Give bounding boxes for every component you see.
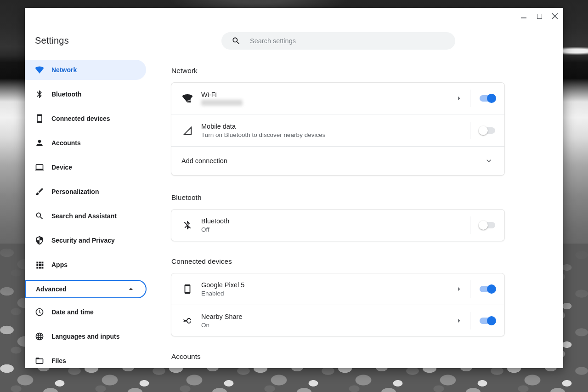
sidebar-item-security-privacy[interactable]: Security and Privacy	[25, 230, 146, 250]
smartphone-icon	[181, 284, 193, 294]
nearby-share-toggle[interactable]	[480, 318, 495, 324]
mobile-data-subtitle: Turn on Bluetooth to discover nearby dev…	[201, 131, 325, 138]
clock-icon	[34, 307, 45, 318]
main-content: Network Wi-Fi	[171, 8, 563, 368]
smartphone-icon	[34, 113, 45, 124]
advanced-subnav: Date and time Languages and inputs Files	[25, 302, 171, 368]
sidebar-item-label: Files	[51, 357, 66, 364]
mobile-data-toggle[interactable]	[480, 127, 495, 134]
sidebar-nav: Network Bluetooth Connected devices Acco…	[25, 60, 171, 275]
chevron-down-icon	[484, 156, 493, 165]
maximize-icon	[537, 14, 542, 19]
search-input[interactable]	[250, 37, 448, 45]
sidebar-item-label: Connected devices	[51, 115, 110, 122]
sidebar-item-label: Accounts	[51, 139, 81, 147]
bluetooth-toggle[interactable]	[480, 222, 495, 228]
wifi-network-name-redacted	[201, 100, 243, 106]
folder-icon	[34, 355, 45, 366]
sidebar-item-label: Languages and inputs	[51, 333, 120, 340]
sidebar-item-label: Device	[51, 164, 72, 171]
sidebar-item-label: Apps	[51, 261, 68, 268]
sidebar-item-label: Network	[51, 66, 77, 74]
connected-devices-section-heading: Connected devices	[171, 257, 505, 266]
search-icon	[232, 36, 241, 45]
chevron-right-icon	[454, 316, 464, 325]
nearby-share-status: On	[201, 322, 242, 329]
pixel-device-toggle[interactable]	[480, 286, 495, 292]
sidebar-item-apps[interactable]: Apps	[25, 255, 146, 275]
network-section-heading: Network	[171, 67, 505, 75]
sidebar-item-label: Search and Assistant	[51, 212, 117, 220]
bluetooth-title: Bluetooth	[201, 217, 229, 225]
wifi-lock-icon	[181, 93, 193, 104]
chevron-right-icon	[454, 94, 464, 103]
settings-window: Settings Network Bluetooth Connected dev…	[25, 8, 563, 368]
wifi-title: Wi-Fi	[201, 91, 243, 98]
bluetooth-section-heading: Bluetooth	[171, 193, 505, 202]
bluetooth-icon	[34, 89, 45, 100]
sidebar-item-device[interactable]: Device	[25, 157, 146, 177]
close-button[interactable]	[549, 11, 560, 22]
connected-devices-card: Google Pixel 5 Enabled	[171, 273, 505, 336]
bluetooth-card: Bluetooth Off	[171, 209, 505, 241]
mobile-data-title: Mobile data	[201, 123, 325, 130]
apps-grid-icon	[34, 259, 45, 270]
sidebar-item-accounts[interactable]: Accounts	[25, 133, 146, 153]
sidebar-item-personalization[interactable]: Personalization	[25, 182, 146, 202]
wifi-toggle[interactable]	[480, 95, 495, 102]
minimize-button[interactable]	[518, 11, 529, 22]
window-controls	[518, 11, 560, 22]
sidebar-item-search-assistant[interactable]: Search and Assistant	[25, 206, 146, 226]
bluetooth-disabled-icon	[181, 220, 193, 230]
mobile-data-row[interactable]: Mobile data Turn on Bluetooth to discove…	[171, 114, 504, 146]
magnifier-icon	[34, 210, 45, 222]
sidebar-item-label: Personalization	[51, 188, 99, 195]
pixel-device-status: Enabled	[201, 290, 244, 297]
sidebar-item-files[interactable]: Files	[25, 351, 146, 368]
settings-search-bar[interactable]	[221, 32, 455, 50]
laptop-icon	[34, 162, 45, 173]
sidebar-item-languages-inputs[interactable]: Languages and inputs	[25, 326, 146, 347]
sidebar-item-label: Date and time	[51, 308, 94, 316]
globe-icon	[34, 331, 45, 342]
sidebar-item-bluetooth[interactable]: Bluetooth	[25, 84, 146, 104]
minimize-icon	[521, 17, 526, 18]
bluetooth-row[interactable]: Bluetooth Off	[171, 210, 504, 241]
maximize-button[interactable]	[534, 11, 545, 22]
add-connection-label: Add connection	[181, 157, 227, 165]
pixel-device-row[interactable]: Google Pixel 5 Enabled	[171, 273, 504, 305]
nearby-share-icon	[181, 316, 193, 326]
chevron-right-icon	[454, 284, 464, 294]
sidebar: Settings Network Bluetooth Connected dev…	[25, 8, 171, 368]
network-card: Wi-Fi Mobi	[171, 82, 505, 176]
bluetooth-status: Off	[201, 226, 229, 233]
accounts-section-heading: Accounts	[171, 352, 505, 361]
mobile-data-icon	[181, 125, 193, 136]
sidebar-item-date-time[interactable]: Date and time	[25, 302, 146, 322]
pixel-device-title: Google Pixel 5	[201, 281, 244, 289]
nearby-share-row[interactable]: Nearby Share On	[171, 305, 504, 336]
add-connection-row[interactable]: Add connection	[171, 146, 504, 175]
close-icon	[552, 13, 558, 19]
sidebar-item-label: Security and Privacy	[51, 237, 115, 244]
person-icon	[34, 137, 45, 148]
nearby-share-title: Nearby Share	[201, 313, 242, 320]
page-title: Settings	[25, 35, 171, 46]
wifi-row[interactable]: Wi-Fi	[171, 83, 504, 114]
wifi-icon	[34, 64, 45, 75]
brush-icon	[34, 186, 45, 197]
shield-icon	[34, 235, 45, 246]
advanced-label: Advanced	[36, 285, 67, 293]
sidebar-item-label: Bluetooth	[51, 91, 81, 98]
sidebar-item-network[interactable]: Network	[25, 60, 146, 80]
caret-up-icon	[126, 284, 136, 294]
advanced-toggle-button[interactable]: Advanced	[25, 280, 147, 298]
sidebar-item-connected-devices[interactable]: Connected devices	[25, 108, 146, 129]
